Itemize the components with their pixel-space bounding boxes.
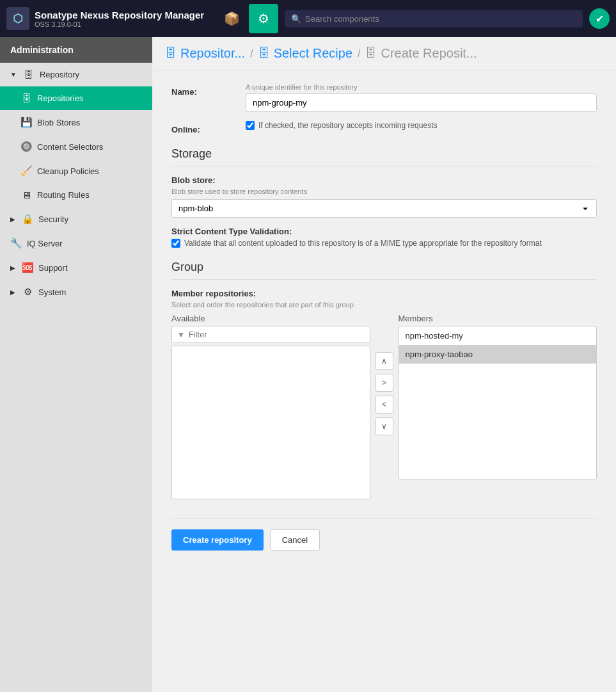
cancel-button[interactable]: Cancel	[270, 529, 320, 551]
sidebar-item-routing-rules[interactable]: 🖥 Routing Rules	[0, 183, 152, 207]
content-area: 🗄 Repositor... / 🗄 Select Recipe / 🗄 Cre…	[152, 37, 616, 692]
sidebar-item-security[interactable]: ▶ 🔒 Security	[0, 207, 152, 231]
search-bar[interactable]: 🔍	[285, 10, 583, 28]
name-content: A unique identifier for this repository	[246, 83, 597, 112]
topbar: ⬡ Sonatype Nexus Repository Manager OSS …	[0, 0, 616, 37]
security-icon: 🔒	[22, 213, 33, 225]
available-list[interactable]	[171, 346, 370, 499]
strict-group: Strict Content Type Validation: Validate…	[171, 227, 597, 248]
blob-store-label: Blob store:	[171, 175, 597, 185]
status-icon: ✔	[589, 8, 610, 29]
breadcrumb-repos-label: Repositor...	[180, 46, 245, 61]
filter-input-wrap[interactable]: ▼	[171, 326, 370, 343]
content-selectors-icon: 🔘	[20, 141, 32, 152]
app-subtitle: OSS 3.19.0-01	[35, 20, 204, 28]
strict-hint: Validate that all content uploaded to th…	[184, 239, 542, 248]
cleanup-policies-icon: 🧹	[20, 165, 32, 177]
browse-button[interactable]: 📦	[217, 4, 246, 33]
available-col: Available ▼	[171, 314, 370, 499]
group-section: Member repositories: Select and order th…	[171, 289, 597, 499]
system-icon: ⚙	[22, 286, 33, 298]
repositories-icon: 🗄	[20, 93, 32, 104]
iq-server-icon: 🔧	[10, 237, 22, 249]
breadcrumb-sep-1: /	[250, 48, 253, 60]
app-title: Sonatype Nexus Repository Manager	[35, 10, 204, 20]
repository-icon: 🗄	[23, 69, 35, 80]
sidebar-item-repository[interactable]: ▼ 🗄 Repository	[0, 63, 152, 86]
action-buttons: Create repository Cancel	[171, 519, 597, 551]
sidebar-label-content-selectors: Content Selectors	[37, 142, 103, 152]
admin-label: Administration	[0, 37, 152, 63]
expand-arrow-repository: ▼	[10, 71, 17, 78]
blob-store-select[interactable]: npm-blob default	[171, 199, 597, 218]
sidebar-item-iq-server[interactable]: 🔧 IQ Server	[0, 231, 152, 255]
name-row: Name: A unique identifier for this repos…	[171, 83, 597, 112]
routing-rules-icon: 🖥	[20, 189, 32, 200]
breadcrumb-select-recipe[interactable]: 🗄 Select Recipe	[258, 46, 352, 61]
sidebar-label-security: Security	[38, 214, 68, 224]
blob-store-hint: Blob store used to store repository cont…	[171, 188, 597, 195]
sidebar-item-system[interactable]: ▶ ⚙ System	[0, 280, 152, 304]
breadcrumb-recipe-icon: 🗄	[258, 47, 270, 60]
app-logo: ⬡ Sonatype Nexus Repository Manager OSS …	[6, 7, 204, 30]
support-icon: 🆘	[22, 262, 33, 273]
strict-checkbox[interactable]	[171, 239, 180, 248]
expand-arrow-security: ▶	[10, 216, 15, 223]
sidebar-label-cleanup-policies: Cleanup Policies	[37, 166, 99, 176]
settings-button[interactable]: ⚙	[249, 4, 278, 33]
sidebar-label-support: Support	[38, 263, 68, 273]
name-hint: A unique identifier for this repository	[246, 83, 597, 91]
topbar-nav: 📦 ⚙	[217, 4, 278, 33]
member-item-npm-hosted-my[interactable]: npm-hosted-my	[399, 326, 597, 345]
sidebar-label-blob-stores: Blob Stores	[37, 118, 80, 127]
online-checkbox-row: If checked, the repository accepts incom…	[246, 121, 597, 130]
filter-input[interactable]	[189, 330, 365, 339]
online-row: Online: If checked, the repository accep…	[171, 121, 597, 134]
logo-icon: ⬡	[6, 7, 29, 30]
create-repository-button[interactable]: Create repository	[171, 529, 264, 551]
members-col: Members npm-hosted-my npm-proxy-taobao	[399, 314, 597, 479]
sidebar-label-routing-rules: Routing Rules	[37, 190, 90, 200]
members-label: Members	[399, 314, 597, 323]
available-label: Available	[171, 314, 370, 323]
remove-from-members-button[interactable]: <	[375, 396, 393, 414]
breadcrumb-sep-2: /	[358, 48, 360, 60]
online-label: Online:	[171, 121, 235, 134]
add-to-members-button[interactable]: >	[375, 374, 393, 392]
members-list[interactable]: npm-hosted-my npm-proxy-taobao	[399, 326, 597, 479]
breadcrumb-create-repo: 🗄 Create Reposit...	[365, 46, 477, 61]
search-icon: 🔍	[291, 14, 301, 24]
sidebar-label-iq-server: IQ Server	[27, 239, 63, 248]
sidebar-item-repositories[interactable]: 🗄 Repositories	[0, 86, 152, 110]
breadcrumb-create-icon: 🗄	[365, 47, 377, 60]
sidebar-item-cleanup-policies[interactable]: 🧹 Cleanup Policies	[0, 159, 152, 183]
online-checkbox[interactable]	[246, 121, 255, 130]
member-item-npm-proxy-taobao[interactable]: npm-proxy-taobao	[399, 345, 597, 364]
logo-text-group: Sonatype Nexus Repository Manager OSS 3.…	[35, 10, 204, 28]
blob-store-group: Blob store: Blob store used to store rep…	[171, 175, 597, 218]
sidebar-label-repositories: Repositories	[37, 93, 83, 103]
breadcrumb-recipe-label: Select Recipe	[274, 46, 352, 61]
sidebar-item-support[interactable]: ▶ 🆘 Support	[0, 255, 152, 280]
name-input[interactable]	[246, 93, 597, 112]
name-label: Name:	[171, 83, 235, 97]
form-area: Name: A unique identifier for this repos…	[152, 70, 616, 563]
strict-label: Strict Content Type Validation:	[171, 227, 597, 236]
sidebar-item-blob-stores[interactable]: 💾 Blob Stores	[0, 110, 152, 134]
move-down-button[interactable]: ∨	[375, 417, 393, 435]
strict-checkbox-row: Validate that all content uploaded to th…	[171, 239, 597, 248]
member-repos-label: Member repositories:	[171, 289, 597, 298]
storage-section-title: Storage	[171, 147, 597, 166]
sidebar-label-system: System	[38, 287, 66, 297]
main-layout: Administration ▼ 🗄 Repository 🗄 Reposito…	[0, 37, 616, 692]
move-up-button[interactable]: ∧	[375, 352, 393, 370]
search-input[interactable]	[305, 14, 576, 24]
blob-stores-icon: 💾	[20, 117, 32, 128]
breadcrumb-repos-icon: 🗄	[165, 47, 177, 60]
breadcrumb-repositories[interactable]: 🗄 Repositor...	[165, 46, 245, 61]
online-hint: If checked, the repository accepts incom…	[258, 121, 437, 130]
sidebar-item-content-selectors[interactable]: 🔘 Content Selectors	[0, 134, 152, 159]
group-section-title: Group	[171, 261, 597, 280]
online-content: If checked, the repository accepts incom…	[246, 121, 597, 130]
member-repos-hint: Select and order the repositories that a…	[171, 301, 597, 309]
